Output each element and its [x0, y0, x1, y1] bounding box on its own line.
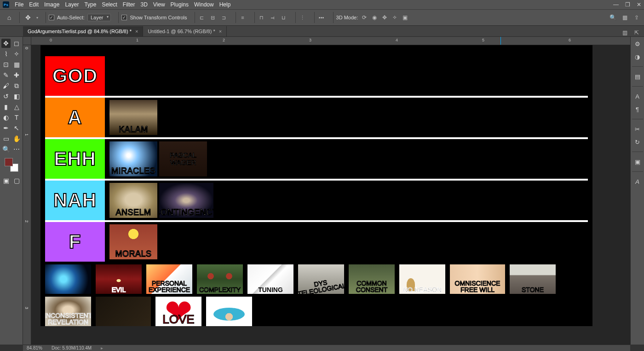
window-minimize-icon[interactable]: —	[613, 1, 619, 8]
foreground-color-swatch[interactable]	[5, 158, 13, 166]
auto-select-dropdown[interactable]: Layer	[87, 14, 111, 21]
pool-card[interactable]: RUSSELL'S	[206, 297, 252, 326]
align-center-h-icon[interactable]: ⊟	[209, 13, 217, 22]
tools-preset-icon[interactable]: ✂	[633, 125, 642, 133]
menu-view[interactable]: View	[153, 1, 165, 8]
auto-select-checkbox[interactable]: ✓	[49, 15, 54, 20]
shape-tool[interactable]: ▭	[1, 134, 11, 143]
pool-card[interactable]: TUNING	[247, 264, 293, 294]
edit-toolbar[interactable]: ⋯	[12, 145, 21, 154]
clone-tool[interactable]: ⧉	[12, 81, 21, 90]
marquee-tool[interactable]: ◻	[12, 39, 21, 48]
magic-wand-tool[interactable]: ✧	[12, 49, 21, 58]
hand-tool[interactable]: ✋	[12, 134, 21, 143]
tier-card[interactable]: MIRACLES	[109, 141, 157, 176]
eyedropper-tool[interactable]: ✎	[1, 70, 11, 80]
move-tool[interactable]: ✥	[1, 39, 11, 48]
close-icon[interactable]: ×	[135, 29, 138, 34]
properties-panel-icon[interactable]: ⚙	[633, 40, 642, 48]
status-chevron-icon[interactable]: ▸	[101, 345, 103, 351]
align-bottom-icon[interactable]: ⊔	[280, 13, 288, 22]
align-top-icon[interactable]: ⊓	[258, 13, 266, 22]
glyphs-panel-icon[interactable]: A	[633, 177, 642, 186]
layers-panel-icon[interactable]: ▤	[633, 72, 642, 81]
export-icon[interactable]: ⇱	[633, 29, 640, 36]
menu-filter[interactable]: Filter	[123, 1, 135, 8]
tier-card[interactable]: ANSELM	[109, 183, 157, 218]
zoom-level[interactable]: 84.81%	[27, 345, 42, 351]
libraries-panel-icon[interactable]: ▣	[633, 158, 642, 166]
window-maximize-icon[interactable]: ❐	[625, 1, 630, 8]
tier-row[interactable]: NAHANSELMCONTINGENCY	[45, 181, 588, 222]
quick-mask-tool[interactable]: ▣	[1, 176, 11, 185]
pool-card[interactable]: EVIL	[96, 264, 142, 294]
more-options-icon[interactable]: •••	[317, 13, 326, 22]
distribute-v-icon[interactable]: ⋮	[299, 13, 307, 22]
pool-card[interactable]: NO REASON	[399, 264, 445, 294]
zoom-tool[interactable]: 🔍	[1, 145, 11, 154]
brush-tool[interactable]: 🖌	[1, 81, 11, 90]
crop-tool[interactable]: ⊡	[1, 60, 11, 69]
tier-label[interactable]: GOD	[45, 56, 105, 96]
document-tab-active[interactable]: GodArgumentsTierlist.psd @ 84.8% (RGB/8)…	[23, 26, 143, 36]
menu-3d[interactable]: 3D	[140, 1, 147, 8]
share-icon[interactable]: ⇪	[633, 14, 640, 21]
menu-help[interactable]: Help	[219, 1, 231, 8]
workspace-icon[interactable]: ▦	[621, 14, 628, 21]
pool-card[interactable]: PERSONAL EXPERIENCE	[146, 264, 192, 294]
pen-tool[interactable]: ✒	[1, 123, 11, 133]
character-panel-icon[interactable]: A	[633, 92, 642, 100]
ruler-origin[interactable]	[23, 37, 31, 45]
blur-tool[interactable]: △	[12, 102, 21, 111]
menu-type[interactable]: Type	[84, 1, 96, 8]
home-icon[interactable]: ⌂	[4, 12, 15, 23]
path-tool[interactable]: ↖	[12, 123, 21, 133]
heal-tool[interactable]: ✚	[12, 70, 21, 80]
paragraph-panel-icon[interactable]: ¶	[633, 105, 642, 113]
move-tool-icon[interactable]: ✥	[23, 12, 34, 23]
tier-label[interactable]: A	[45, 98, 105, 137]
history-brush-tool[interactable]: ↺	[1, 92, 11, 101]
document-canvas[interactable]: GODAKALAMEHHMIRACLESPASCAL WAGERNAHANSEL…	[40, 45, 592, 326]
gradient-tool[interactable]: ▮	[1, 102, 11, 111]
tier-card[interactable]: CONTINGENCY	[159, 183, 213, 218]
menu-window[interactable]: Window	[194, 1, 214, 8]
tier-items[interactable]: MORALS	[105, 222, 588, 262]
ruler-horizontal[interactable]: 0 1 2 3 4 5 6	[31, 37, 630, 45]
tier-items[interactable]: KALAM	[105, 98, 588, 137]
align-left-icon[interactable]: ⊏	[198, 13, 206, 22]
window-close-icon[interactable]: ✕	[637, 1, 641, 8]
tier-label[interactable]: EHH	[45, 139, 105, 179]
tier-items[interactable]: ANSELMCONTINGENCY	[105, 181, 588, 220]
color-swatches[interactable]	[5, 158, 18, 172]
unsorted-pool[interactable]: CONSCIOUSNESSSEVILPERSONAL EXPERIENCECOM…	[40, 262, 592, 326]
tier-items[interactable]: MIRACLESPASCAL WAGER	[105, 139, 588, 179]
align-middle-icon[interactable]: ⫤	[269, 13, 277, 22]
pool-card[interactable]: LOVE	[155, 297, 201, 326]
screen-mode-tool[interactable]: ▢	[12, 176, 21, 185]
menu-edit[interactable]: Edit	[29, 1, 39, 8]
close-icon[interactable]: ×	[219, 29, 222, 34]
transform-checkbox[interactable]: ✓	[121, 15, 127, 20]
tier-row[interactable]: EHHMIRACLESPASCAL WAGER	[45, 139, 588, 181]
arrange-icon[interactable]: ▥	[621, 29, 628, 36]
ruler-vertical[interactable]: 0 1 2 3	[23, 45, 31, 345]
align-right-icon[interactable]: ⊐	[220, 13, 228, 22]
history-panel-icon[interactable]: ↻	[633, 138, 642, 146]
pool-card[interactable]: INCONSISTENT REVELATION	[45, 297, 91, 326]
menu-layer[interactable]: Layer	[65, 1, 79, 8]
pool-card[interactable]: DESCARTES' ORIGIN	[96, 297, 151, 326]
pool-card[interactable]: COMMON CONSENT	[349, 264, 395, 294]
tier-label[interactable]: F	[45, 222, 105, 262]
pool-card[interactable]: DYS TELEOLOGICAL	[298, 264, 344, 294]
dodge-tool[interactable]: ◐	[1, 113, 11, 122]
menu-plugins[interactable]: Plugins	[171, 1, 189, 8]
doc-size[interactable]: Doc: 5.93M/110.4M	[52, 345, 92, 351]
frame-tool[interactable]: ▦	[12, 60, 21, 69]
pool-card[interactable]: CONSCIOUSNESSS	[45, 264, 91, 294]
adjustments-panel-icon[interactable]: ◑	[633, 53, 642, 61]
menu-file[interactable]: File	[15, 1, 23, 8]
tier-row[interactable]: GOD	[45, 56, 588, 98]
pool-card[interactable]: COMPLEXITY	[197, 264, 243, 294]
search-icon[interactable]: 🔍	[609, 14, 616, 21]
